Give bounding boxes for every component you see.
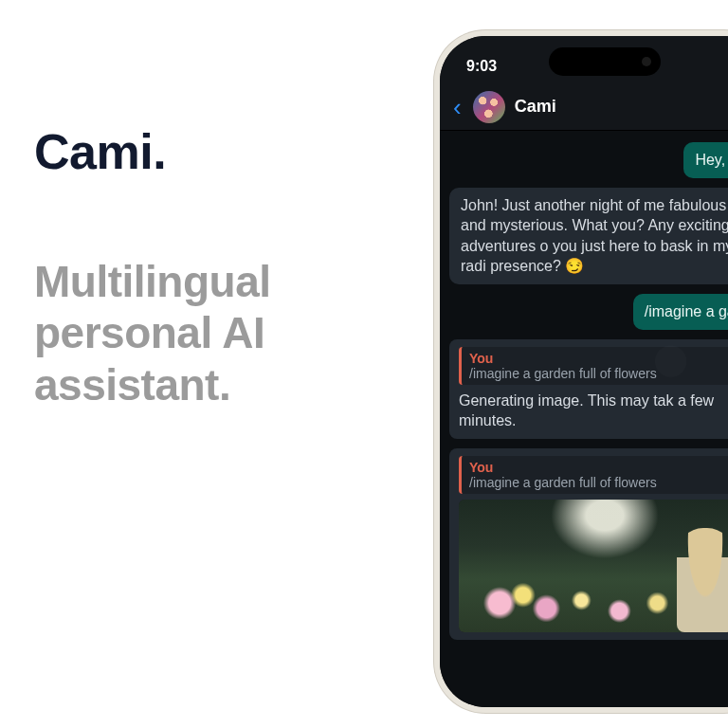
brand-title: Cami. bbox=[34, 123, 417, 180]
quote: You /imagine a garden full of flowers bbox=[459, 347, 728, 385]
phone-frame: 9:03 ‹ Cami Hey, wh John! Just another n… bbox=[434, 30, 728, 713]
dynamic-island bbox=[549, 47, 661, 76]
quote-from: You bbox=[469, 460, 728, 475]
tagline: Multilingual personal AI assistant. bbox=[34, 256, 417, 410]
chat-body[interactable]: Hey, wh John! Just another night of me f… bbox=[440, 131, 728, 707]
quote-from: You bbox=[469, 351, 728, 366]
phone-screen: 9:03 ‹ Cami Hey, wh John! Just another n… bbox=[440, 36, 728, 707]
quote: You /imagine a garden full of flowers bbox=[459, 456, 728, 494]
message-out[interactable]: Hey, wh bbox=[683, 142, 728, 178]
status-time: 9:03 bbox=[466, 58, 497, 75]
message-in[interactable]: John! Just another night of me fabulous … bbox=[449, 188, 728, 284]
message-in-quoted[interactable]: You /imagine a garden full of flowers Ge… bbox=[449, 339, 728, 439]
marketing-page: Cami. Multilingual personal AI assistant… bbox=[0, 0, 728, 728]
message-text: Generating image. This may tak a few min… bbox=[459, 391, 728, 431]
message-text: John! Just another night of me fabulous … bbox=[461, 197, 728, 275]
back-icon[interactable]: ‹ bbox=[453, 95, 464, 119]
generated-image[interactable] bbox=[459, 500, 728, 632]
quote-text: /imagine a garden full of flowers bbox=[469, 475, 728, 490]
chat-header: ‹ Cami bbox=[440, 83, 728, 131]
message-text: Hey, wh bbox=[695, 152, 728, 168]
garden-image-icon bbox=[459, 500, 728, 632]
marketing-copy: Cami. Multilingual personal AI assistant… bbox=[0, 0, 417, 728]
message-out[interactable]: /imagine a gard bbox=[633, 294, 728, 330]
device-showcase: 9:03 ‹ Cami Hey, wh John! Just another n… bbox=[417, 0, 728, 728]
avatar[interactable] bbox=[473, 91, 505, 123]
message-in-quoted[interactable]: You /imagine a garden full of flowers bbox=[449, 448, 728, 640]
quote-text: /imagine a garden full of flowers bbox=[469, 366, 728, 381]
chat-title[interactable]: Cami bbox=[515, 97, 556, 117]
message-text: /imagine a gard bbox=[645, 303, 728, 319]
camera-dot-icon bbox=[642, 57, 651, 66]
